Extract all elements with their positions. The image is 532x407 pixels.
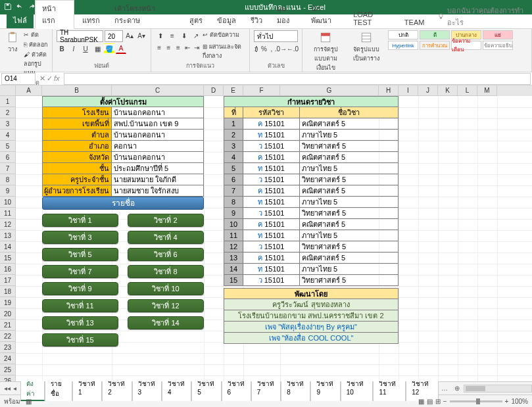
tab-9[interactable]: TEAM: [398, 16, 431, 28]
style-cell[interactable]: ข้อความอธิบ: [483, 41, 513, 50]
grow-font-button[interactable]: A▴: [124, 30, 135, 41]
zoom-level[interactable]: 100%: [511, 398, 528, 405]
row-header[interactable]: 8: [0, 174, 16, 185]
settings-value[interactable]: บ้านนอกคอกนา: [112, 107, 204, 118]
style-cell[interactable]: การคำนวณ: [420, 41, 450, 50]
style-cell[interactable]: ดี: [420, 30, 450, 39]
subject-name[interactable]: คณิตศาสตร์ 5: [300, 118, 399, 130]
subject-button-6[interactable]: วิชาที่ 6: [128, 248, 204, 261]
row-header[interactable]: 4: [0, 130, 16, 141]
row-header[interactable]: 11: [0, 208, 16, 219]
subject-button-9[interactable]: วิชาที่ 9: [42, 282, 118, 295]
col-header[interactable]: M: [477, 85, 497, 96]
subject-code[interactable]: ว 15101: [243, 208, 300, 219]
horizontal-scrollbar[interactable]: [464, 385, 532, 393]
align-right-button[interactable]: ≡: [174, 42, 182, 53]
row-header[interactable]: 16: [0, 264, 16, 275]
subject-name[interactable]: วิทยาศาสตร์ 5: [300, 174, 399, 185]
style-cell[interactable]: ปกติ: [388, 30, 418, 39]
row-header[interactable]: 10: [0, 197, 16, 208]
subject-button-8[interactable]: วิชาที่ 8: [128, 265, 204, 278]
settings-value[interactable]: บ้านนอกคอกนา: [112, 152, 204, 163]
subject-code[interactable]: ท 15101: [243, 230, 300, 241]
conditional-format-button[interactable]: การจัดรูปแบบตามเงื่อนไข: [306, 30, 345, 74]
format-as-table-button[interactable]: จัดรูปแบบเป็นตาราง: [347, 30, 385, 64]
percent-button[interactable]: %: [260, 43, 268, 54]
subject-name[interactable]: ภาษาไทย 5: [300, 197, 399, 208]
tab-4[interactable]: ข้อมูล: [210, 12, 243, 28]
view-normal-icon[interactable]: ▦: [418, 398, 424, 405]
row-header[interactable]: 14: [0, 241, 16, 252]
subject-name[interactable]: คณิตศาสตร์ 5: [300, 219, 399, 230]
name-box[interactable]: O14: [1, 73, 36, 85]
shrink-font-button[interactable]: A▾: [136, 30, 147, 41]
row-header[interactable]: 1: [0, 96, 16, 107]
enter-icon[interactable]: ✓: [47, 74, 53, 83]
subject-code[interactable]: ว 15101: [243, 241, 300, 252]
dev-link[interactable]: เพจ "ห้องสื่อ COOL COOL": [224, 333, 399, 344]
tab-file[interactable]: ไฟล์: [7, 12, 34, 28]
subject-name[interactable]: วิทยาศาสตร์ 5: [300, 141, 399, 152]
subject-code[interactable]: ว 15101: [243, 141, 300, 152]
subject-button-4[interactable]: วิชาที่ 4: [128, 231, 204, 244]
settings-value[interactable]: คอกนา: [112, 141, 204, 152]
sheet-nav-prev-icon[interactable]: ◂: [13, 385, 16, 392]
col-header[interactable]: K: [438, 85, 458, 96]
fill-color-button[interactable]: 🪣: [104, 43, 114, 54]
dev-link[interactable]: เพจ "พัสดุเรื่องง่ายๆ By ครูคม": [224, 322, 399, 333]
row-header[interactable]: 21: [0, 320, 16, 331]
col-header[interactable]: L: [458, 85, 477, 96]
wrap-text-button[interactable]: ↩ ตัดข้อความ: [203, 30, 239, 41]
row-header[interactable]: 7: [0, 163, 16, 174]
zoom-slider[interactable]: [450, 400, 502, 402]
row-header[interactable]: 15: [0, 252, 16, 264]
style-cell[interactable]: ข้อความเตือน: [451, 41, 481, 50]
select-all-corner[interactable]: [0, 85, 16, 96]
sheet-tabs-more[interactable]: …: [439, 385, 450, 392]
row-header[interactable]: 13: [0, 230, 16, 241]
subject-button-3[interactable]: วิชาที่ 3: [42, 231, 118, 244]
subject-name[interactable]: คณิตศาสตร์ 5: [300, 252, 399, 264]
cell-styles-gallery[interactable]: ปกติดีปานกลางแย่Hyperlinkการคำนวณข้อความ…: [388, 30, 520, 50]
subject-name[interactable]: คณิตศาสตร์ 5: [300, 185, 399, 197]
subject-code[interactable]: ท 15101: [243, 163, 300, 174]
fx-icon[interactable]: fx: [54, 74, 60, 83]
increase-decimal-button[interactable]: .0→: [276, 43, 286, 54]
outdent-button[interactable]: ⇤: [183, 42, 191, 53]
row-header[interactable]: 24: [0, 353, 16, 364]
subject-button-10[interactable]: วิชาที่ 10: [128, 282, 204, 295]
subject-button-15[interactable]: วิชาที่ 15: [42, 333, 118, 347]
view-pagebreak-icon[interactable]: ⊞: [435, 398, 441, 405]
subject-code[interactable]: ว 15101: [243, 174, 300, 185]
subject-button-14[interactable]: วิชาที่ 14: [128, 316, 204, 329]
col-header[interactable]: H: [379, 85, 399, 96]
col-header[interactable]: B: [42, 85, 112, 96]
col-header[interactable]: G: [280, 85, 379, 96]
accounting-button[interactable]: ₿: [254, 43, 259, 54]
subject-code[interactable]: ค 15101: [243, 152, 300, 163]
subject-name[interactable]: วิทยาศาสตร์ 5: [300, 208, 399, 219]
zoom-in-button[interactable]: +: [505, 398, 509, 405]
view-pagelayout-icon[interactable]: ▤: [427, 398, 433, 405]
names-title[interactable]: รายชื่อ: [42, 197, 204, 210]
bold-button[interactable]: B: [57, 43, 67, 54]
paste-button[interactable]: วาง: [4, 30, 21, 55]
subject-button-2[interactable]: วิชาที่ 2: [128, 214, 204, 227]
subject-button-5[interactable]: วิชาที่ 5: [42, 248, 118, 261]
subject-code[interactable]: ค 15101: [243, 252, 300, 264]
row-header[interactable]: 6: [0, 152, 16, 163]
underline-button[interactable]: U: [80, 43, 91, 54]
subject-name[interactable]: ภาษาไทย 5: [300, 230, 399, 241]
subject-code[interactable]: ท 15101: [243, 130, 300, 141]
tell-me[interactable]: บอกฉันว่าคุณต้องการทำอะไร: [437, 5, 532, 28]
tab-1[interactable]: แทรก: [76, 12, 107, 28]
subject-code[interactable]: ท 15101: [243, 197, 300, 208]
formula-input[interactable]: [64, 73, 531, 85]
style-cell[interactable]: แย่: [483, 30, 513, 39]
font-name-combo[interactable]: TH SarabunPSK: [57, 30, 103, 42]
tab-0[interactable]: หน้าแรก: [35, 0, 74, 29]
row-header[interactable]: 2: [0, 107, 16, 118]
settings-value[interactable]: สพป.บ้านนอก เขต 9: [112, 118, 204, 130]
undo-icon[interactable]: [16, 3, 24, 12]
align-middle-button[interactable]: ≡: [167, 30, 178, 41]
